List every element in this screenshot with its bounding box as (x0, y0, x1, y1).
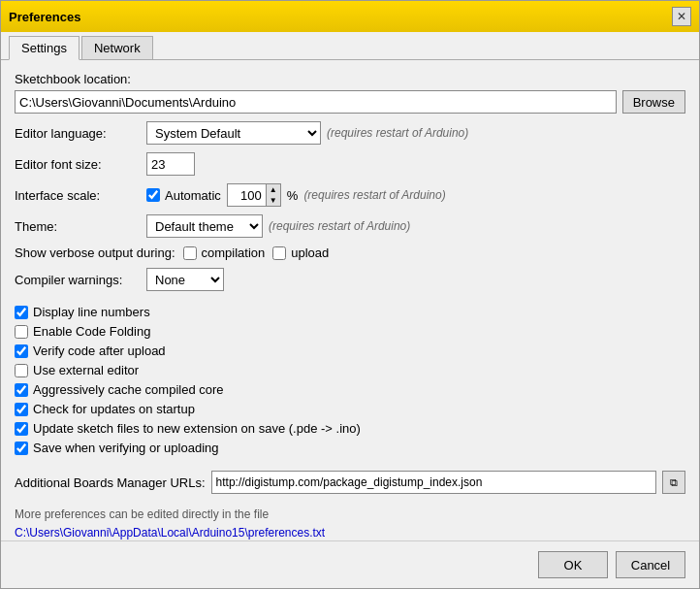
scale-value-input[interactable] (227, 183, 266, 207)
tab-settings[interactable]: Settings (9, 36, 80, 60)
cache-compiled-label[interactable]: Aggressively cache compiled core (33, 382, 224, 397)
automatic-checkbox-container: Automatic (146, 188, 221, 203)
compilation-checkbox[interactable] (183, 246, 197, 260)
checkbox-check-updates: Check for updates on startup (15, 402, 685, 416)
upload-checkbox-container: upload (272, 245, 329, 260)
checkbox-code-folding: Enable Code Folding (15, 324, 685, 339)
theme-select-wrap: Default theme (146, 214, 263, 238)
save-verifying-checkbox[interactable] (15, 442, 28, 455)
check-updates-label[interactable]: Check for updates on startup (33, 402, 195, 416)
compilation-label[interactable]: compilation (202, 245, 266, 260)
external-editor-checkbox[interactable] (15, 364, 28, 377)
editor-font-size-input[interactable] (146, 152, 195, 176)
sketchbook-path-input[interactable] (15, 90, 617, 114)
checkbox-cache-compiled: Aggressively cache compiled core (15, 382, 685, 397)
theme-label: Theme: (15, 219, 141, 234)
settings-content: Sketchbook location: Browse Editor langu… (1, 60, 699, 540)
editor-language-label: Editor language: (15, 126, 141, 141)
dialog-title: Preferences (9, 10, 80, 24)
scale-spinner: ▲ ▼ (227, 183, 281, 207)
external-editor-label[interactable]: Use external editor (33, 363, 139, 377)
theme-select[interactable]: Default theme (146, 214, 263, 238)
checkbox-display-line-numbers: Display line numbers (15, 305, 685, 319)
verbose-output-label: Show verbose output during: (15, 245, 175, 260)
upload-label[interactable]: upload (291, 245, 329, 260)
tab-network[interactable]: Network (81, 36, 153, 59)
compiler-warnings-row: Compiler warnings: None Default More All (15, 268, 685, 291)
automatic-scale-checkbox[interactable] (146, 188, 160, 202)
editor-font-size-row: Editor font size: (15, 152, 685, 176)
interface-scale-row: Interface scale: Automatic ▲ ▼ % (requir… (15, 183, 685, 207)
editor-language-row: Editor language: System Default (require… (15, 121, 685, 145)
code-folding-label[interactable]: Enable Code Folding (33, 324, 150, 339)
info-line1: More preferences can be edited directly … (15, 506, 685, 524)
checkbox-external-editor: Use external editor (15, 363, 685, 377)
automatic-scale-label[interactable]: Automatic (165, 188, 221, 203)
code-folding-checkbox[interactable] (15, 325, 28, 339)
compiler-warnings-select[interactable]: None Default More All (146, 268, 224, 291)
ok-button[interactable]: OK (538, 551, 608, 578)
update-extension-checkbox[interactable] (15, 422, 28, 436)
sketchbook-label: Sketchbook location: (15, 72, 685, 86)
dialog-footer: OK Cancel (1, 540, 699, 588)
info-section: More preferences can be edited directly … (15, 506, 685, 540)
scale-decrement-button[interactable]: ▼ (267, 195, 280, 206)
preferences-file-link[interactable]: C:\Users\Giovanni\AppData\Local\Arduino1… (15, 526, 325, 540)
preferences-file-path: C:\Users\Giovanni\AppData\Local\Arduino1… (15, 524, 685, 540)
verify-code-label[interactable]: Verify code after upload (33, 344, 166, 358)
checkboxes-section: Display line numbers Enable Code Folding… (15, 305, 685, 455)
editor-language-restart-note: (requires restart of Arduino) (327, 126, 468, 140)
cache-compiled-checkbox[interactable] (15, 383, 28, 397)
additional-urls-section: Additional Boards Manager URLs: ⧉ (15, 471, 685, 494)
interface-scale-label: Interface scale: (15, 188, 141, 203)
additional-urls-input[interactable] (211, 471, 656, 494)
editor-font-size-label: Editor font size: (15, 157, 141, 172)
checkbox-update-extension: Update sketch files to new extension on … (15, 421, 685, 436)
close-button[interactable]: ✕ (672, 7, 691, 26)
display-line-numbers-checkbox[interactable] (15, 306, 28, 319)
compilation-checkbox-container: compilation (183, 245, 266, 260)
upload-checkbox[interactable] (272, 246, 286, 260)
checkbox-save-verifying: Save when verifying or uploading (15, 441, 685, 455)
scale-unit: % (287, 188, 299, 203)
display-line-numbers-label[interactable]: Display line numbers (33, 305, 150, 319)
additional-urls-label: Additional Boards Manager URLs: (15, 475, 206, 490)
sketchbook-input-row: Browse (15, 90, 685, 114)
save-verifying-label[interactable]: Save when verifying or uploading (33, 441, 219, 455)
theme-restart-note: (requires restart of Arduino) (269, 219, 410, 233)
editor-language-select[interactable]: System Default (146, 121, 321, 145)
compiler-warnings-label: Compiler warnings: (15, 273, 141, 287)
verbose-output-row: Show verbose output during: compilation … (15, 245, 685, 260)
preferences-dialog: Preferences ✕ Settings Network Sketchboo… (0, 0, 700, 589)
update-extension-label[interactable]: Update sketch files to new extension on … (33, 421, 361, 436)
additional-urls-icon-button[interactable]: ⧉ (662, 471, 685, 494)
check-updates-checkbox[interactable] (15, 403, 28, 416)
title-bar: Preferences ✕ (1, 1, 699, 32)
checkbox-verify-code: Verify code after upload (15, 344, 685, 358)
browse-button[interactable]: Browse (622, 90, 685, 114)
sketchbook-section: Sketchbook location: Browse (15, 72, 685, 114)
cancel-button[interactable]: Cancel (616, 551, 685, 578)
scale-increment-button[interactable]: ▲ (267, 184, 280, 195)
verify-code-checkbox[interactable] (15, 344, 28, 358)
tabs-bar: Settings Network (1, 32, 699, 60)
scale-spinner-arrows: ▲ ▼ (266, 183, 281, 207)
interface-scale-restart-note: (requires restart of Arduino) (303, 188, 445, 202)
theme-row: Theme: Default theme (requires restart o… (15, 214, 685, 238)
